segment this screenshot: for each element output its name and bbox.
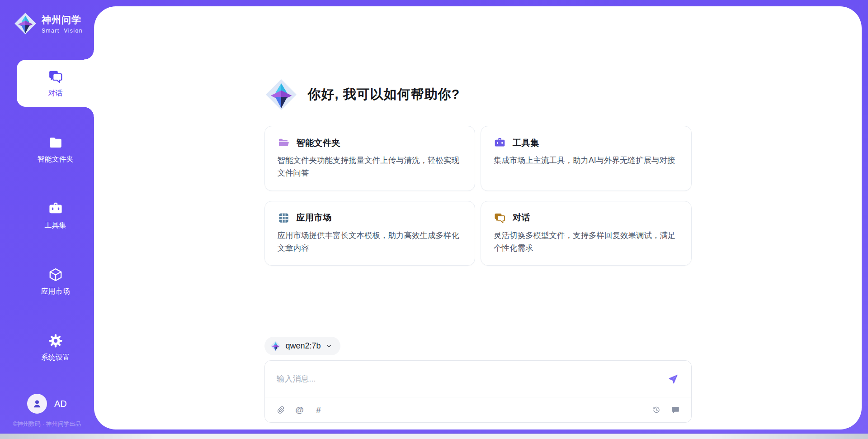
bottom-strip [0, 434, 868, 439]
card-title: 应用市场 [297, 212, 332, 224]
card-title: 智能文件夹 [297, 137, 341, 149]
sidebar-item-chat[interactable]: 对话 [17, 60, 94, 107]
sidebar-item-label: 智能文件夹 [38, 155, 74, 164]
sidebar-item-settings[interactable]: 系统设置 [17, 324, 94, 371]
card-description: 集成市场上主流工具，助力AI与外界无缝扩展与对接 [494, 154, 679, 167]
grid-icon [278, 212, 290, 224]
sidebar-item-app-market[interactable]: 应用市场 [17, 258, 94, 305]
chat-icon [48, 69, 63, 84]
card-toolset[interactable]: 工具集 集成市场上主流工具，助力AI与外界无缝扩展与对接 [481, 126, 692, 191]
sidebar-item-toolset[interactable]: 工具集 [17, 192, 94, 239]
message-input[interactable] [277, 374, 667, 384]
card-chat[interactable]: 对话 灵活切换多模型文件，支持多样回复效果调试，满足个性化需求 [481, 201, 692, 266]
composer-tools-left: @ # [276, 405, 324, 415]
card-description: 灵活切换多模型文件，支持多样回复效果调试，满足个性化需求 [494, 229, 679, 255]
sidebar-item-smart-folder[interactable]: 智能文件夹 [17, 126, 94, 173]
mention-button[interactable]: @ [295, 405, 305, 415]
cube-icon [48, 267, 63, 282]
history-icon [652, 406, 661, 415]
brand-name: 神州问学 [42, 14, 83, 26]
attach-file-button[interactable] [276, 405, 286, 415]
paperclip-icon [276, 406, 285, 415]
brand-subtitle: Smart Vision [42, 28, 83, 34]
model-name: qwen2:7b [286, 341, 321, 351]
model-selector[interactable]: qwen2:7b [264, 337, 340, 355]
main-panel: 你好, 我可以如何帮助你? 智能文件夹 智能文件夹功能支持批量文件上传与清洗，轻… [94, 6, 862, 429]
sidebar-item-label: 对话 [48, 89, 63, 98]
card-title: 对话 [513, 212, 530, 224]
brand-diamond-icon [14, 12, 37, 35]
card-app-market[interactable]: 应用市场 应用市场提供丰富长文本模板，助力高效生成多样化文章内容 [264, 201, 476, 266]
user-account[interactable]: AD [0, 394, 94, 414]
card-title: 工具集 [513, 137, 539, 149]
greeting-text: 你好, 我可以如何帮助你? [308, 86, 460, 104]
hashtag-button[interactable]: # [314, 405, 324, 415]
chat-icon [494, 212, 506, 224]
chevron-down-icon [326, 343, 332, 349]
folder-open-icon [278, 137, 290, 149]
send-button[interactable] [667, 372, 679, 385]
greeting-block: 你好, 我可以如何帮助你? [264, 78, 692, 111]
copyright-text: ©神州数码 · 神州问学出品 [0, 420, 94, 428]
folder-icon [48, 135, 63, 150]
sidebar-nav: 对话 智能文件夹 工具集 应用市场 系统设置 [0, 60, 94, 394]
composer: qwen2:7b @ [264, 337, 692, 423]
sidebar-item-label: 系统设置 [41, 353, 70, 363]
brand: 神州问学 Smart Vision [0, 0, 94, 35]
chat-square-icon [671, 406, 680, 415]
sidebar-item-label: 工具集 [45, 221, 66, 230]
sidebar: 神州问学 Smart Vision 对话 智能文件夹 工具集 应用市场 系统设置 [0, 0, 94, 439]
avatar [27, 394, 47, 414]
composer-tools-right [651, 405, 680, 415]
history-button[interactable] [651, 405, 661, 415]
user-label: AD [54, 399, 67, 409]
conversation-button[interactable] [670, 405, 680, 415]
model-diamond-icon [270, 340, 281, 352]
message-input-box: @ # [264, 360, 692, 423]
feature-cards: 智能文件夹 智能文件夹功能支持批量文件上传与清洗，轻松实现文件问答 工具集 集成… [264, 126, 692, 266]
briefcase-icon [494, 137, 506, 149]
card-description: 智能文件夹功能支持批量文件上传与清洗，轻松实现文件问答 [278, 154, 462, 180]
briefcase-icon [48, 201, 63, 216]
card-smart-folder[interactable]: 智能文件夹 智能文件夹功能支持批量文件上传与清洗，轻松实现文件问答 [264, 126, 476, 191]
gear-icon [48, 333, 63, 348]
brand-diamond-icon [264, 78, 298, 111]
sidebar-item-label: 应用市场 [41, 287, 70, 296]
card-description: 应用市场提供丰富长文本模板，助力高效生成多样化文章内容 [278, 229, 462, 255]
person-icon [31, 398, 43, 410]
